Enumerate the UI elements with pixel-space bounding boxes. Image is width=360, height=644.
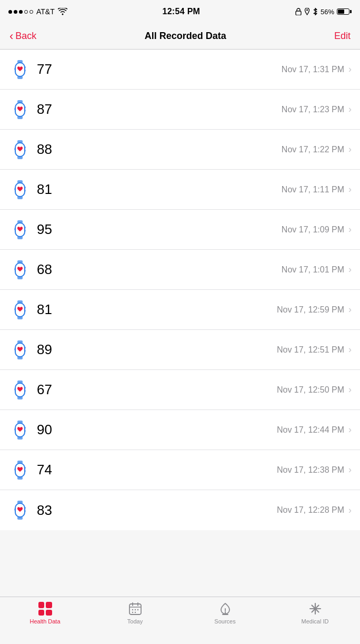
watch-icon-wrap (8, 298, 32, 321)
tab-medical-id-label: Medical ID (302, 618, 329, 625)
record-date: Nov 17, 12:59 PM (277, 305, 344, 315)
tab-medical-id[interactable]: Medical ID (270, 601, 360, 625)
chevron-right-icon: › (348, 144, 352, 155)
watch-icon-wrap (8, 178, 32, 201)
svg-rect-36 (15, 228, 16, 230)
list-item[interactable]: 81 Nov 17, 1:11 PM › (0, 170, 360, 210)
signal-dot-1 (8, 10, 12, 14)
record-date: Nov 17, 12:28 PM (277, 505, 344, 515)
record-value: 87 (37, 101, 282, 118)
record-value: 89 (37, 341, 277, 358)
record-value: 81 (37, 301, 277, 318)
tab-sources-label: Sources (214, 618, 235, 625)
chevron-left-icon: ‹ (9, 31, 13, 42)
chevron-right-icon: › (348, 384, 352, 395)
svg-rect-76 (24, 467, 26, 469)
svg-rect-14 (24, 110, 26, 112)
svg-rect-53 (17, 356, 23, 359)
svg-rect-31 (17, 220, 23, 223)
health-data-icon (38, 601, 53, 616)
chevron-right-icon: › (348, 464, 352, 475)
chevron-right-icon: › (348, 184, 352, 195)
edit-button[interactable]: Edit (334, 31, 351, 42)
list-item[interactable]: 87 Nov 17, 1:23 PM › (0, 90, 360, 130)
svg-rect-48 (24, 307, 26, 309)
svg-rect-8 (15, 68, 16, 70)
list-item[interactable]: 89 Nov 17, 12:51 PM › (0, 330, 360, 370)
list-item[interactable]: 68 Nov 17, 1:01 PM › (0, 250, 360, 290)
chevron-right-icon: › (348, 424, 352, 435)
svg-rect-78 (15, 469, 16, 471)
records-list: 77 Nov 17, 1:31 PM › (0, 50, 360, 578)
svg-rect-4 (17, 76, 23, 79)
list-item[interactable]: 83 Nov 17, 12:28 PM › (0, 490, 360, 530)
svg-rect-83 (24, 507, 26, 509)
list-item[interactable]: 77 Nov 17, 1:31 PM › (0, 50, 360, 90)
record-value: 81 (37, 181, 282, 198)
svg-rect-71 (15, 428, 16, 431)
record-date: Nov 17, 12:50 PM (277, 385, 344, 395)
tab-sources[interactable]: Sources (180, 601, 270, 625)
list-item[interactable]: 74 Nov 17, 12:38 PM › (0, 450, 360, 490)
svg-rect-59 (17, 380, 23, 384)
list-item[interactable]: 88 Nov 17, 1:22 PM › (0, 130, 360, 170)
list-item[interactable]: 95 Nov 17, 1:09 PM › (0, 210, 360, 250)
battery-icon (337, 8, 352, 15)
tab-today-label: Today (127, 618, 143, 625)
status-right: 56% (295, 8, 352, 16)
svg-rect-77 (24, 470, 26, 472)
svg-rect-0 (296, 11, 301, 15)
svg-rect-17 (17, 140, 23, 143)
svg-rect-45 (17, 300, 23, 304)
record-value: 83 (37, 502, 277, 519)
svg-rect-63 (24, 390, 26, 392)
back-label: Back (15, 31, 36, 42)
svg-point-91 (134, 609, 135, 610)
record-date: Nov 17, 1:23 PM (282, 105, 344, 114)
back-button[interactable]: ‹ Back (9, 31, 36, 42)
medical-id-icon (308, 601, 323, 616)
watch-icon-wrap (8, 98, 32, 121)
svg-rect-73 (17, 461, 23, 464)
watch-icon-wrap (8, 258, 32, 281)
tab-bar: Health Data Today (0, 597, 360, 644)
record-value: 95 (37, 221, 282, 238)
svg-point-94 (134, 612, 135, 613)
tab-today[interactable]: Today (90, 601, 180, 625)
tab-health-data-label: Health Data (29, 618, 60, 625)
lock-icon (295, 8, 302, 15)
svg-rect-74 (17, 476, 23, 480)
svg-rect-13 (24, 106, 26, 109)
svg-rect-27 (24, 187, 26, 189)
status-time: 12:54 PM (162, 7, 200, 16)
battery-pct-label: 56% (321, 8, 334, 16)
list-item[interactable]: 81 Nov 17, 12:59 PM › (0, 290, 360, 330)
record-date: Nov 17, 1:09 PM (282, 225, 344, 235)
svg-rect-66 (17, 421, 23, 424)
list-item[interactable]: 67 Nov 17, 12:50 PM › (0, 370, 360, 410)
tab-health-data[interactable]: Health Data (0, 601, 90, 625)
wifi-icon (58, 8, 67, 15)
svg-rect-41 (24, 267, 26, 269)
svg-point-93 (132, 612, 133, 613)
list-item[interactable]: 90 Nov 17, 12:44 PM › (0, 410, 360, 450)
svg-rect-22 (15, 148, 16, 150)
chevron-right-icon: › (348, 104, 352, 115)
chevron-right-icon: › (348, 505, 352, 516)
svg-rect-49 (24, 310, 26, 312)
list-container: 77 Nov 17, 1:31 PM › (0, 50, 360, 530)
record-date: Nov 17, 1:11 PM (282, 185, 344, 194)
record-date: Nov 17, 1:22 PM (282, 145, 344, 154)
signal-dots (8, 10, 33, 14)
svg-point-1 (306, 9, 308, 11)
svg-rect-15 (15, 108, 16, 110)
record-value: 74 (37, 462, 277, 478)
svg-rect-24 (17, 180, 23, 183)
today-icon (128, 601, 143, 616)
watch-icon-wrap (8, 378, 32, 402)
svg-rect-80 (17, 501, 23, 504)
watch-icon-wrap (8, 338, 32, 362)
record-date: Nov 17, 1:31 PM (282, 65, 344, 74)
svg-rect-81 (17, 516, 23, 520)
svg-rect-10 (17, 100, 23, 103)
